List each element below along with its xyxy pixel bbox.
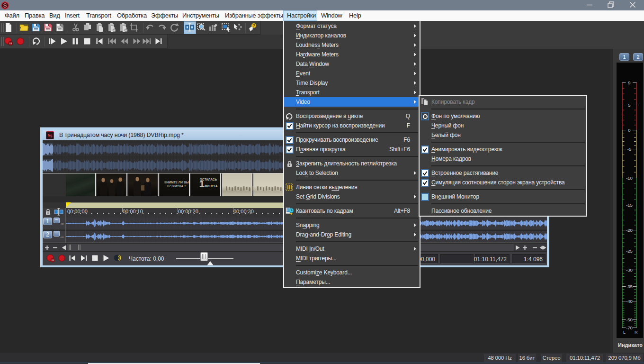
svg-text:-15: -15 [626,202,633,208]
svg-text:-40: -40 [626,299,633,304]
svg-text:-20: -20 [626,228,633,233]
svg-text:5: 5 [628,102,630,108]
svg-text:-50: -50 [626,317,633,322]
svg-text:R: R [635,330,638,335]
svg-text:L: L [623,330,626,335]
svg-text:-25: -25 [626,248,633,254]
svg-text:0: 0 [628,127,630,133]
svg-text:-70: -70 [626,325,633,330]
svg-text:9: 9 [628,80,630,85]
svg-text:-35: -35 [626,284,633,289]
svg-text:S: S [3,2,7,9]
svg-text:-5: -5 [627,146,631,152]
svg-text:-10: -10 [626,175,633,181]
svg-text:-30: -30 [626,267,633,273]
